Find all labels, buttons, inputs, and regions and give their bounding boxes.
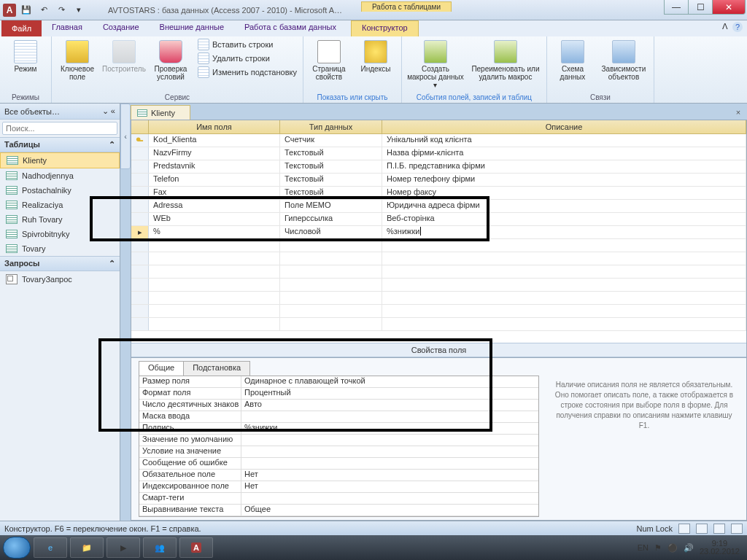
nav-table-item[interactable]: Tovary [0, 241, 120, 256]
field-desc-cell[interactable]: Назва фірми-клієнта [382, 147, 746, 160]
property-row[interactable]: Смарт-теги [139, 493, 538, 505]
field-desc-cell[interactable]: Номер телефону фірми [382, 174, 746, 186]
field-row[interactable]: PredstavnikТекстовыйП.І.Б. представника … [131, 160, 746, 174]
nav-table-item[interactable]: Nadhodjennya [0, 168, 120, 183]
field-row-empty[interactable] [131, 279, 746, 292]
field-desc-cell[interactable]: Унікальний код клієнта [382, 134, 746, 147]
view-button[interactable]: Режим [4, 38, 47, 73]
start-button[interactable] [3, 537, 31, 559]
field-row-empty[interactable] [131, 252, 746, 265]
field-type-cell[interactable]: Текстовый [280, 160, 382, 173]
nav-table-item[interactable]: Klienty [0, 152, 120, 168]
property-sheet-button[interactable]: Страница свойств [308, 38, 350, 81]
field-desc-cell[interactable]: %знижки [382, 226, 746, 238]
field-row[interactable]: WEbГиперссылкаВеб-сторінка [131, 213, 746, 226]
field-type-cell[interactable]: Текстовый [280, 187, 382, 199]
property-row[interactable]: Формат поляПроцентный [139, 388, 538, 400]
nav-table-item[interactable]: Ruh Tovary [0, 212, 120, 227]
chevron-down-icon[interactable]: ⌄ « [102, 106, 115, 116]
field-desc-cell[interactable]: П.І.Б. представника фірми [382, 160, 746, 173]
field-row[interactable]: AdressaПоле МЕМОЮридична адреса фірми [131, 200, 746, 213]
field-type-cell[interactable]: Поле МЕМО [280, 200, 382, 212]
tray-clock[interactable]: 9:1923.02.2012 [700, 540, 740, 556]
props-tab-lookup[interactable]: Подстановка [183, 361, 250, 376]
field-desc-cell[interactable]: Веб-сторінка [382, 213, 746, 225]
create-macro-button[interactable]: Создать макросы данных ▾ [406, 38, 465, 89]
taskbar-msn[interactable]: 👥 [143, 537, 177, 558]
save-icon[interactable]: 💾 [19, 3, 34, 18]
nav-table-item[interactable]: Realizaciya [0, 198, 120, 212]
minimize-ribbon-icon[interactable]: ᐱ [722, 22, 728, 32]
taskbar-explorer[interactable]: 📁 [70, 537, 104, 558]
field-type-cell[interactable]: Текстовый [280, 174, 382, 186]
col-data-type[interactable]: Тип данных [280, 120, 382, 133]
maximize-button[interactable]: ☐ [688, 0, 713, 15]
nav-queries-section[interactable]: Запросы⌃ [0, 256, 120, 271]
field-name-cell[interactable]: WEb [149, 213, 280, 225]
view-sql-icon[interactable] [713, 524, 725, 534]
tab-design[interactable]: Конструктор [351, 20, 419, 36]
property-row[interactable]: Индексированное полеНет [139, 481, 538, 493]
field-row[interactable]: TelefonТекстовыйНомер телефону фірми [131, 174, 746, 187]
nav-query-item[interactable]: TovaryЗапрос [0, 271, 120, 287]
test-rules-button[interactable]: Проверка условий [150, 38, 192, 81]
dependencies-button[interactable]: Зависимости объектов [598, 38, 649, 81]
delete-rows-button[interactable]: Удалить строки [196, 52, 298, 65]
qat-customize-icon[interactable]: ▾ [71, 3, 86, 18]
doc-close-button[interactable]: × [732, 108, 744, 120]
tray-network-icon[interactable]: ⚫ [667, 543, 678, 553]
nav-table-item[interactable]: Postachalniky [0, 183, 120, 198]
property-row[interactable]: Подпись%знижки [139, 423, 538, 435]
primary-key-button[interactable]: Ключевое поле [56, 38, 98, 81]
tab-create[interactable]: Создание [93, 20, 150, 36]
property-row[interactable]: Значение по умолчанию [139, 435, 538, 446]
field-row[interactable]: FaxТекстовыйНомер факсу [131, 187, 746, 200]
property-row[interactable]: Обязательное полеНет [139, 470, 538, 481]
field-row-empty[interactable] [131, 318, 746, 331]
field-row-empty[interactable] [131, 239, 746, 252]
field-row-empty[interactable] [131, 305, 746, 318]
field-row[interactable]: NazvFirmyТекстовыйНазва фірми-клієнта [131, 147, 746, 160]
props-tab-general[interactable]: Общие [139, 361, 184, 376]
field-type-cell[interactable]: Гиперссылка [280, 213, 382, 225]
property-row[interactable]: Размер поляОдинарное с плавающей точкой [139, 376, 538, 388]
tab-home[interactable]: Главная [42, 20, 93, 36]
nav-table-item[interactable]: Spivrobitnyky [0, 227, 120, 241]
property-row[interactable]: Условие на значение [139, 446, 538, 458]
field-name-cell[interactable]: NazvFirmy [149, 147, 280, 160]
nav-collapse-button[interactable]: ‹ [120, 104, 131, 169]
tray-volume-icon[interactable]: 🔊 [684, 543, 694, 553]
field-desc-cell[interactable]: Номер факсу [382, 187, 746, 199]
doc-tab-klienty[interactable]: Klienty [131, 105, 190, 120]
field-name-cell[interactable]: Predstavnik [149, 160, 280, 173]
modify-lookup-button[interactable]: Изменить подстановку [196, 66, 298, 79]
col-field-name[interactable]: Имя поля [149, 120, 280, 133]
field-name-cell[interactable]: Adressa [149, 200, 280, 212]
close-button[interactable]: ✕ [712, 0, 746, 15]
help-icon[interactable]: ? [732, 22, 743, 32]
insert-rows-button[interactable]: Вставить строки [196, 38, 298, 51]
undo-icon[interactable]: ↶ [36, 3, 51, 18]
indexes-button[interactable]: Индексы [355, 38, 397, 73]
tray-flag-icon[interactable]: ⚑ [654, 543, 662, 553]
field-row-empty[interactable] [131, 292, 746, 305]
nav-search-input[interactable] [2, 122, 117, 135]
field-row-empty[interactable] [131, 265, 746, 279]
taskbar-access[interactable]: A [179, 537, 213, 558]
tab-dbtools[interactable]: Работа с базами данных [234, 20, 347, 36]
field-name-cell[interactable]: Fax [149, 187, 280, 199]
view-design-icon[interactable] [696, 524, 708, 534]
field-name-cell[interactable]: Kod_Klienta [149, 134, 280, 147]
field-desc-cell[interactable]: Юридична адреса фірми [382, 200, 746, 212]
rename-macro-button[interactable]: Переименовать или удалить макрос [469, 38, 542, 81]
field-name-cell[interactable]: Telefon [149, 174, 280, 186]
field-type-cell[interactable]: Текстовый [280, 147, 382, 160]
minimize-button[interactable]: — [664, 0, 689, 15]
field-row[interactable]: Kod_KlientaСчетчикУнікальний код клієнта [131, 134, 746, 147]
view-form-icon[interactable] [731, 524, 743, 534]
field-row[interactable]: ▸%Числовой%знижки [131, 226, 746, 239]
tab-file[interactable]: Файл [1, 20, 42, 36]
builder-button[interactable]: Построитель [103, 38, 145, 73]
field-type-cell[interactable]: Числовой [280, 226, 382, 238]
nav-header[interactable]: Все объекты… ⌄ « [0, 104, 120, 120]
